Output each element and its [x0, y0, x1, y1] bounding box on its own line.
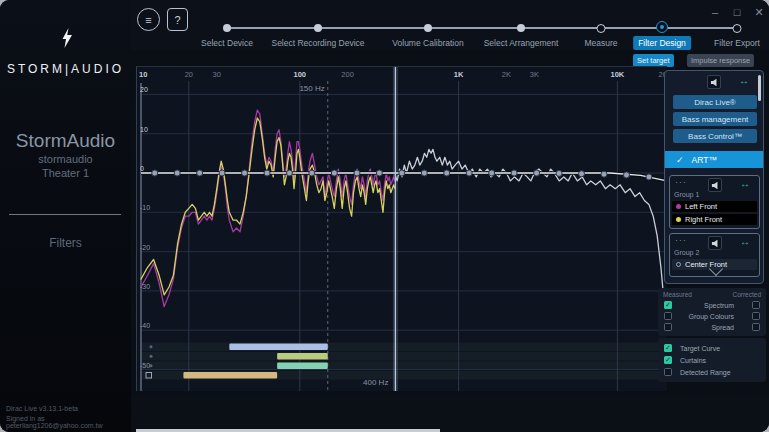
- step-dot-measure[interactable]: [597, 24, 606, 33]
- target-handle[interactable]: [264, 170, 270, 176]
- target-handle[interactable]: [242, 170, 248, 176]
- y-tick-label: -10: [140, 204, 150, 211]
- step-filter-design[interactable]: Filter Design: [633, 36, 691, 50]
- y-tick-label: 0: [140, 165, 144, 172]
- sidebar-item-filters[interactable]: Filters: [0, 236, 131, 250]
- measured-checkbox-spectrum[interactable]: ✓: [664, 301, 672, 309]
- target-handle[interactable]: [466, 170, 472, 176]
- chart-canvas: 1020301002001K2K3K10K20K20100-10-20-30-4…: [137, 67, 667, 391]
- step-dot-select-arrangement[interactable]: [517, 24, 525, 32]
- target-handle[interactable]: [219, 170, 225, 176]
- art-tab[interactable]: ✓ ART™: [665, 151, 763, 168]
- tab-impulse-response[interactable]: Impulse response: [687, 54, 754, 67]
- step-measure[interactable]: Measure: [584, 38, 617, 48]
- group-box-group-1: ···↔Group 1Left FrontRight Front: [669, 175, 760, 229]
- step-select-arrangement[interactable]: Select Arrangement: [484, 38, 559, 48]
- measured-checkbox-spread[interactable]: [664, 323, 672, 331]
- target-handle[interactable]: [309, 170, 315, 176]
- overlay-row-curtains: ✓Curtains: [658, 355, 766, 365]
- target-handle[interactable]: [534, 170, 540, 176]
- target-handle[interactable]: [152, 170, 158, 176]
- target-handle[interactable]: [354, 170, 360, 176]
- target-handle[interactable]: [511, 170, 517, 176]
- target-handle[interactable]: [556, 170, 562, 176]
- curve-left-front-measured: [141, 110, 395, 307]
- target-handle[interactable]: [444, 170, 450, 176]
- range-bar[interactable]: [277, 363, 328, 370]
- minimize-icon[interactable]: –: [707, 6, 723, 18]
- checkbox-curtains[interactable]: ✓: [664, 356, 672, 364]
- bar-row-marker: [150, 345, 153, 348]
- checkbox-target-curve[interactable]: ✓: [664, 344, 672, 352]
- step-select-device[interactable]: Select Device: [201, 38, 253, 48]
- x-tick-label: 10: [139, 70, 147, 79]
- target-handle[interactable]: [579, 171, 585, 177]
- channel-right-front[interactable]: Right Front: [672, 214, 757, 225]
- device-title: StormAudio: [0, 130, 131, 152]
- group-name: Group 2: [674, 249, 699, 256]
- speaker-icon[interactable]: [708, 178, 722, 192]
- footer-bar: Back to Measure Take snapshot ≡ Proceed …: [131, 395, 769, 432]
- step-dot-select-device[interactable]: [223, 24, 231, 32]
- corrected-checkbox-spectrum[interactable]: [752, 301, 760, 309]
- target-handle[interactable]: [646, 174, 652, 180]
- step-select-recording-device[interactable]: Select Recording Device: [271, 38, 364, 48]
- panel-scrollbar[interactable]: [758, 75, 762, 101]
- measured-checkbox-group-colours[interactable]: [664, 312, 672, 320]
- checkbox-detected-range[interactable]: [664, 368, 672, 376]
- frequency-response-chart[interactable]: 1020301002001K2K3K10K20K20100-10-20-30-4…: [136, 66, 667, 391]
- x-tick-label: 20: [185, 70, 193, 79]
- target-handle[interactable]: [376, 170, 382, 176]
- tab-bass-control[interactable]: Bass Control™: [673, 129, 757, 143]
- route-arrows-icon[interactable]: ↔: [739, 75, 749, 86]
- device-subtitle: stormaudio: [0, 153, 131, 165]
- step-dot-filter-design[interactable]: [656, 21, 668, 33]
- help-icon[interactable]: ?: [167, 8, 188, 31]
- range-bar[interactable]: [183, 372, 277, 379]
- range-bar[interactable]: [277, 353, 328, 360]
- tab-bass-management[interactable]: Bass management: [673, 112, 757, 126]
- route-arrows-icon[interactable]: ↔: [740, 178, 750, 189]
- step-dot-volume-calibration[interactable]: [424, 24, 432, 32]
- x-tick-label: 3K: [530, 70, 539, 79]
- target-handle[interactable]: [623, 172, 629, 178]
- target-handle[interactable]: [601, 171, 607, 177]
- step-dot-select-recording-device[interactable]: [314, 24, 322, 32]
- speaker-icon[interactable]: [708, 236, 722, 250]
- corrected-checkbox-spread[interactable]: [752, 323, 760, 331]
- sidebar-divider: [9, 214, 121, 215]
- route-arrows-icon[interactable]: ↔: [740, 236, 750, 247]
- target-handle[interactable]: [399, 170, 405, 176]
- maximize-icon[interactable]: □: [729, 6, 745, 18]
- step-volume-calibration[interactable]: Volume Calibration: [392, 38, 463, 48]
- step-dot-filter-export[interactable]: [733, 24, 742, 33]
- menu-icon[interactable]: ≡: [137, 8, 160, 31]
- group-name: Group 1: [674, 191, 699, 198]
- bar-row-strip: [141, 352, 667, 361]
- drag-handle-icon[interactable]: ···: [675, 177, 687, 187]
- check-icon: ✓: [676, 155, 684, 165]
- range-bar[interactable]: [229, 344, 327, 351]
- y-tick-label: -40: [140, 322, 150, 329]
- corrected-checkbox-group-colours[interactable]: [752, 312, 760, 320]
- theater-name: Theater 1: [0, 167, 131, 179]
- channel-label: Left Front: [685, 202, 717, 211]
- close-icon[interactable]: ✕: [751, 6, 767, 19]
- y-tick-label: -20: [140, 244, 150, 251]
- overlay-row-label: Target Curve: [672, 345, 720, 352]
- tab-dirac-live[interactable]: Dirac Live®: [673, 95, 757, 109]
- curve-right-front-measured: [141, 118, 395, 295]
- speaker-icon[interactable]: [707, 75, 721, 89]
- x-tick-label: 10K: [611, 70, 625, 79]
- target-handle[interactable]: [197, 170, 203, 176]
- target-handle[interactable]: [286, 170, 292, 176]
- channel-left-front[interactable]: Left Front: [672, 201, 757, 212]
- drag-handle-icon[interactable]: ···: [675, 235, 687, 245]
- target-handle[interactable]: [174, 170, 180, 176]
- target-handle[interactable]: [331, 170, 337, 176]
- signed-in-user: Signed in as peterliang1206@yahoo.com.tw: [6, 415, 131, 429]
- brand-logo: STORM|AUDIO: [0, 62, 131, 76]
- target-handle[interactable]: [489, 170, 495, 176]
- target-handle[interactable]: [421, 170, 427, 176]
- step-filter-export[interactable]: Filter Export: [714, 38, 760, 48]
